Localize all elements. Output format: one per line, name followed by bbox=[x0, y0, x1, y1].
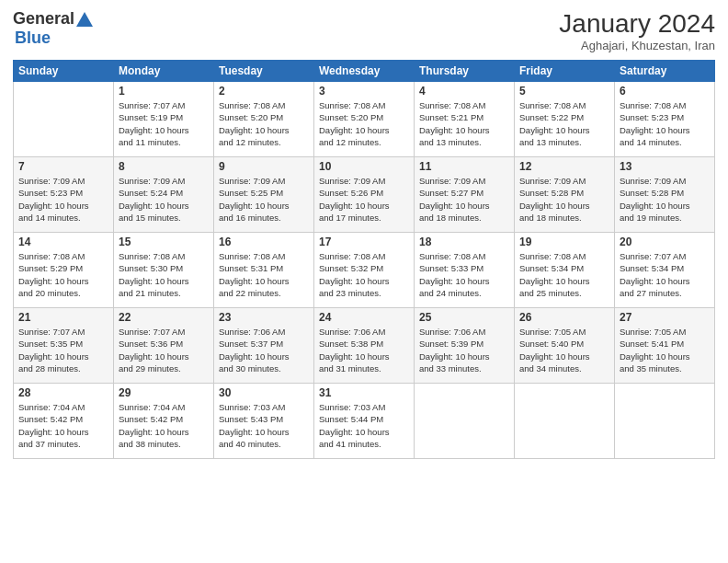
day-info: Sunrise: 7:08 AMSunset: 5:20 PMDaylight:… bbox=[219, 99, 309, 148]
location-subtitle: Aghajari, Khuzestan, Iran bbox=[559, 39, 715, 52]
day-info: Sunrise: 7:06 AMSunset: 5:39 PMDaylight:… bbox=[419, 326, 509, 374]
day-number: 12 bbox=[519, 160, 609, 173]
day-info: Sunrise: 7:08 AMSunset: 5:23 PMDaylight:… bbox=[620, 99, 710, 148]
day-number: 31 bbox=[319, 386, 409, 399]
table-row: 3Sunrise: 7:08 AMSunset: 5:20 PMDaylight… bbox=[314, 82, 415, 157]
day-number: 22 bbox=[119, 311, 209, 324]
table-row: 2Sunrise: 7:08 AMSunset: 5:20 PMDaylight… bbox=[214, 82, 314, 157]
day-info: Sunrise: 7:07 AMSunset: 5:34 PMDaylight:… bbox=[620, 250, 710, 299]
day-info: Sunrise: 7:07 AMSunset: 5:36 PMDaylight:… bbox=[119, 326, 209, 374]
day-info: Sunrise: 7:03 AMSunset: 5:44 PMDaylight:… bbox=[319, 401, 409, 450]
day-number: 29 bbox=[119, 386, 209, 399]
day-number: 13 bbox=[620, 160, 710, 173]
day-info: Sunrise: 7:08 AMSunset: 5:22 PMDaylight:… bbox=[519, 99, 609, 148]
table-row: 11Sunrise: 7:09 AMSunset: 5:27 PMDayligh… bbox=[415, 157, 515, 233]
day-number: 30 bbox=[219, 386, 309, 399]
col-tuesday: Tuesday bbox=[214, 61, 314, 82]
month-title: January 2024 bbox=[559, 9, 715, 39]
day-number: 3 bbox=[319, 85, 409, 98]
day-info: Sunrise: 7:09 AMSunset: 5:25 PMDaylight:… bbox=[219, 175, 309, 224]
table-row: 26Sunrise: 7:05 AMSunset: 5:40 PMDayligh… bbox=[515, 308, 615, 384]
day-info: Sunrise: 7:09 AMSunset: 5:24 PMDaylight:… bbox=[119, 175, 209, 224]
table-row: 18Sunrise: 7:08 AMSunset: 5:33 PMDayligh… bbox=[415, 233, 515, 308]
day-info: Sunrise: 7:08 AMSunset: 5:32 PMDaylight:… bbox=[319, 250, 409, 299]
table-row: 5Sunrise: 7:08 AMSunset: 5:22 PMDaylight… bbox=[515, 82, 615, 157]
day-info: Sunrise: 7:06 AMSunset: 5:37 PMDaylight:… bbox=[219, 326, 309, 374]
day-number: 11 bbox=[419, 160, 509, 173]
day-number: 15 bbox=[119, 236, 209, 248]
col-wednesday: Wednesday bbox=[314, 61, 415, 82]
day-number: 5 bbox=[519, 85, 609, 98]
table-row: 31Sunrise: 7:03 AMSunset: 5:44 PMDayligh… bbox=[314, 384, 415, 459]
logo-icon bbox=[76, 12, 93, 27]
day-info: Sunrise: 7:06 AMSunset: 5:38 PMDaylight:… bbox=[319, 326, 409, 374]
day-number: 21 bbox=[18, 311, 108, 324]
logo-blue: Blue bbox=[15, 29, 51, 47]
table-row: 10Sunrise: 7:09 AMSunset: 5:26 PMDayligh… bbox=[314, 157, 415, 233]
day-info: Sunrise: 7:07 AMSunset: 5:19 PMDaylight:… bbox=[119, 99, 209, 148]
day-number: 28 bbox=[18, 386, 108, 399]
table-row: 22Sunrise: 7:07 AMSunset: 5:36 PMDayligh… bbox=[114, 308, 214, 384]
day-info: Sunrise: 7:08 AMSunset: 5:29 PMDaylight:… bbox=[18, 250, 108, 299]
day-info: Sunrise: 7:08 AMSunset: 5:21 PMDaylight:… bbox=[419, 99, 509, 148]
day-info: Sunrise: 7:08 AMSunset: 5:34 PMDaylight:… bbox=[519, 250, 609, 299]
logo: General Blue bbox=[13, 9, 93, 48]
day-info: Sunrise: 7:08 AMSunset: 5:20 PMDaylight:… bbox=[319, 99, 409, 148]
day-number: 8 bbox=[119, 160, 209, 173]
day-number: 1 bbox=[119, 85, 209, 98]
calendar-table: Sunday Monday Tuesday Wednesday Thursday… bbox=[13, 60, 715, 459]
day-info: Sunrise: 7:07 AMSunset: 5:35 PMDaylight:… bbox=[18, 326, 108, 374]
page-header: General Blue January 2024 Aghajari, Khuz… bbox=[13, 9, 715, 52]
calendar-week-row: 28Sunrise: 7:04 AMSunset: 5:42 PMDayligh… bbox=[14, 384, 715, 459]
table-row: 12Sunrise: 7:09 AMSunset: 5:28 PMDayligh… bbox=[515, 157, 615, 233]
day-number: 19 bbox=[519, 236, 609, 248]
day-number: 17 bbox=[319, 236, 409, 248]
day-info: Sunrise: 7:04 AMSunset: 5:42 PMDaylight:… bbox=[119, 401, 209, 450]
day-info: Sunrise: 7:09 AMSunset: 5:28 PMDaylight:… bbox=[519, 175, 609, 224]
calendar-week-row: 14Sunrise: 7:08 AMSunset: 5:29 PMDayligh… bbox=[14, 233, 715, 308]
table-row: 28Sunrise: 7:04 AMSunset: 5:42 PMDayligh… bbox=[14, 384, 114, 459]
day-info: Sunrise: 7:08 AMSunset: 5:31 PMDaylight:… bbox=[219, 250, 309, 299]
day-info: Sunrise: 7:09 AMSunset: 5:23 PMDaylight:… bbox=[18, 175, 108, 224]
table-row: 4Sunrise: 7:08 AMSunset: 5:21 PMDaylight… bbox=[415, 82, 515, 157]
day-number: 14 bbox=[18, 236, 108, 248]
table-row bbox=[615, 384, 715, 459]
day-number: 10 bbox=[319, 160, 409, 173]
day-number: 2 bbox=[219, 85, 309, 98]
table-row: 24Sunrise: 7:06 AMSunset: 5:38 PMDayligh… bbox=[314, 308, 415, 384]
day-number: 25 bbox=[419, 311, 509, 324]
calendar-week-row: 1Sunrise: 7:07 AMSunset: 5:19 PMDaylight… bbox=[14, 82, 715, 157]
day-info: Sunrise: 7:05 AMSunset: 5:40 PMDaylight:… bbox=[519, 326, 609, 374]
day-info: Sunrise: 7:08 AMSunset: 5:30 PMDaylight:… bbox=[119, 250, 209, 299]
col-friday: Friday bbox=[515, 61, 615, 82]
page: General Blue January 2024 Aghajari, Khuz… bbox=[0, 0, 728, 563]
table-row bbox=[415, 384, 515, 459]
table-row bbox=[515, 384, 615, 459]
day-number: 18 bbox=[419, 236, 509, 248]
day-info: Sunrise: 7:04 AMSunset: 5:42 PMDaylight:… bbox=[18, 401, 108, 450]
col-thursday: Thursday bbox=[415, 61, 515, 82]
day-info: Sunrise: 7:08 AMSunset: 5:33 PMDaylight:… bbox=[419, 250, 509, 299]
table-row: 25Sunrise: 7:06 AMSunset: 5:39 PMDayligh… bbox=[415, 308, 515, 384]
day-info: Sunrise: 7:05 AMSunset: 5:41 PMDaylight:… bbox=[620, 326, 710, 374]
col-sunday: Sunday bbox=[14, 61, 114, 82]
day-number: 7 bbox=[18, 160, 108, 173]
calendar-header-row: Sunday Monday Tuesday Wednesday Thursday… bbox=[14, 61, 715, 82]
day-number: 23 bbox=[219, 311, 309, 324]
table-row: 13Sunrise: 7:09 AMSunset: 5:28 PMDayligh… bbox=[615, 157, 715, 233]
day-info: Sunrise: 7:09 AMSunset: 5:27 PMDaylight:… bbox=[419, 175, 509, 224]
day-number: 16 bbox=[219, 236, 309, 248]
calendar-week-row: 7Sunrise: 7:09 AMSunset: 5:23 PMDaylight… bbox=[14, 157, 715, 233]
col-monday: Monday bbox=[114, 61, 214, 82]
title-block: January 2024 Aghajari, Khuzestan, Iran bbox=[559, 9, 715, 52]
table-row: 14Sunrise: 7:08 AMSunset: 5:29 PMDayligh… bbox=[14, 233, 114, 308]
col-saturday: Saturday bbox=[615, 61, 715, 82]
day-number: 6 bbox=[620, 85, 710, 98]
table-row bbox=[14, 82, 114, 157]
table-row: 30Sunrise: 7:03 AMSunset: 5:43 PMDayligh… bbox=[214, 384, 314, 459]
day-number: 9 bbox=[219, 160, 309, 173]
table-row: 16Sunrise: 7:08 AMSunset: 5:31 PMDayligh… bbox=[214, 233, 314, 308]
table-row: 7Sunrise: 7:09 AMSunset: 5:23 PMDaylight… bbox=[14, 157, 114, 233]
calendar-week-row: 21Sunrise: 7:07 AMSunset: 5:35 PMDayligh… bbox=[14, 308, 715, 384]
table-row: 19Sunrise: 7:08 AMSunset: 5:34 PMDayligh… bbox=[515, 233, 615, 308]
